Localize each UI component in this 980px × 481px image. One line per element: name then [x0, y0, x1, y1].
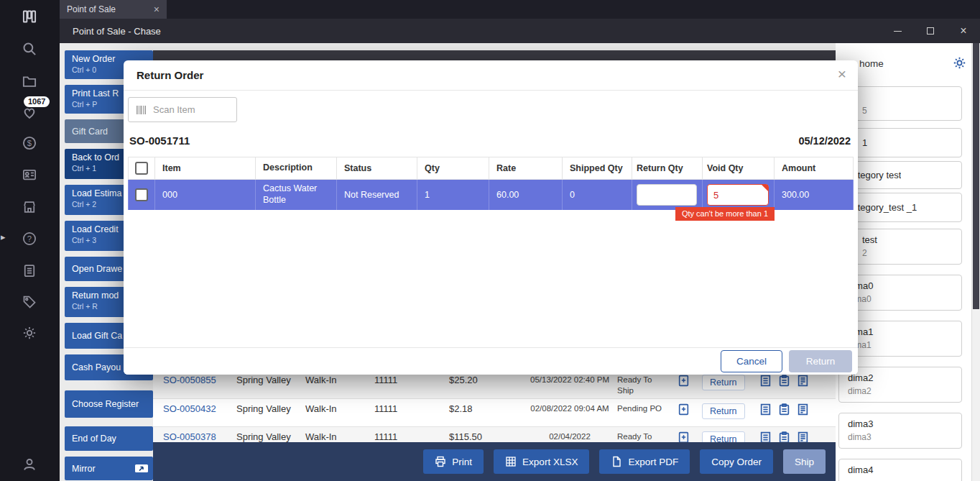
close-button[interactable]: × [947, 19, 980, 43]
order-date: 05/13/2022 02:40 PM [527, 375, 613, 385]
print-icon [435, 456, 446, 467]
receipt-icon[interactable] [759, 403, 772, 416]
void-qty-input[interactable] [707, 184, 769, 206]
minimize-icon [894, 31, 902, 32]
modal-order-date: 05/12/2022 [798, 135, 851, 147]
return-qty-input[interactable] [637, 184, 697, 206]
order-link[interactable]: SO-0050855 [153, 375, 225, 385]
pdf-icon [611, 456, 622, 467]
tag-icon[interactable] [22, 294, 37, 310]
item-code: 000 [155, 180, 256, 210]
nav-rail: 1067 $ ? ▸ [0, 0, 60, 481]
item-amount: 300.00 [775, 180, 854, 210]
mirror-icon [134, 463, 149, 475]
app-window: 1067 $ ? ▸ Point of Sale × [0, 0, 980, 481]
order-link[interactable]: SO-0050378 [153, 431, 225, 442]
maximize-button[interactable] [914, 19, 947, 43]
copy-order-button[interactable]: Copy Order [700, 449, 773, 474]
expand-arrow-icon[interactable]: ▸ [1, 232, 6, 242]
order-type: Walk-In [294, 403, 363, 414]
modal-close-icon[interactable]: × [838, 65, 846, 83]
settings-icon[interactable] [22, 325, 37, 341]
category-tile[interactable]: dima3 dima3 [838, 413, 962, 449]
order-status: Ready To Ship [613, 375, 670, 396]
ship-button[interactable]: Ship [783, 449, 826, 474]
invoice-icon[interactable] [797, 403, 809, 416]
pack-slip-icon[interactable] [778, 403, 790, 416]
row-checkbox[interactable] [135, 188, 148, 201]
order-number: 11111 [363, 431, 432, 442]
error-tooltip: Qty can't be more than 1 [675, 207, 775, 221]
bottom-action-bar: Print Export XLSX Export PDF Copy Order … [153, 442, 836, 481]
folder-icon[interactable] [22, 73, 37, 89]
store-icon[interactable] [22, 199, 37, 215]
order-amount: $115.50 [432, 431, 498, 442]
modal-order-number: SO-0051711 [129, 134, 190, 147]
tab-close-icon[interactable]: × [154, 4, 160, 15]
receipt-icon[interactable] [759, 375, 772, 387]
menu-mirror-button[interactable]: Mirror [65, 457, 153, 480]
return-item-row[interactable]: 000 Cactus Water Bottle Not Reserved 1 6… [128, 180, 854, 210]
order-date: 02/08/2022 09:04 AM [527, 403, 613, 414]
help-icon[interactable]: ? [22, 231, 37, 247]
item-rate: 60.00 [489, 180, 563, 210]
menu-choose-register-button[interactable]: Choose Register [65, 390, 153, 418]
order-number: 11111 [363, 403, 432, 414]
title-bar: Point of Sale - Chase × [60, 19, 980, 43]
scan-item-field[interactable] [153, 104, 225, 115]
return-items-table: Item Description Status Qty Rate Shipped… [128, 157, 854, 210]
search-icon[interactable] [22, 41, 37, 57]
scrollbar-thumb[interactable] [973, 43, 979, 309]
return-button[interactable]: Return [789, 350, 852, 372]
print-button[interactable]: Print [423, 449, 484, 474]
load-order-icon[interactable] [670, 375, 699, 387]
window-controls: × [881, 19, 980, 43]
order-number: 11111 [363, 375, 432, 385]
item-qty: 1 [417, 180, 489, 210]
xlsx-icon [505, 456, 517, 467]
scan-item-input[interactable] [128, 97, 237, 122]
main-content: SO-0050855 Spring Valley Walk-In 11111 $… [60, 43, 980, 481]
order-row[interactable]: SO-0050432 Spring Valley Walk-In 11111 $… [153, 399, 836, 427]
menu-end-of-day-button[interactable]: End of Day [65, 426, 153, 451]
orders-toolbar-strip [153, 50, 836, 60]
order-row[interactable]: SO-0050855 Spring Valley Walk-In 11111 $… [153, 370, 836, 399]
panel-settings-icon[interactable] [953, 56, 966, 73]
maximize-icon [927, 27, 934, 35]
invoice-icon[interactable] [797, 375, 809, 387]
vertical-scrollbar[interactable] [971, 43, 980, 481]
minimize-button[interactable] [881, 19, 914, 43]
order-customer: Spring Valley [225, 375, 294, 385]
order-amount: $25.20 [432, 375, 498, 385]
pack-slip-icon[interactable] [778, 375, 790, 387]
item-shipped-qty: 0 [563, 180, 632, 210]
order-date: 02/04/2022 [527, 431, 613, 442]
load-order-icon[interactable] [670, 403, 699, 416]
order-status: Pending PO [613, 403, 670, 414]
order-customer: Spring Valley [225, 431, 294, 442]
tab-point-of-sale[interactable]: Point of Sale × [60, 0, 167, 19]
error-corner-marker [762, 185, 768, 191]
row-return-button[interactable]: Return [702, 375, 745, 390]
order-type: Walk-In [294, 431, 363, 442]
payments-icon[interactable]: $ [22, 135, 37, 151]
svg-text:$: $ [27, 139, 32, 147]
select-all-checkbox[interactable] [135, 162, 148, 175]
cancel-button[interactable]: Cancel [721, 350, 782, 372]
export-xlsx-button[interactable]: Export XLSX [494, 449, 589, 474]
tasks-icon[interactable] [22, 262, 37, 278]
contacts-icon[interactable] [22, 167, 37, 183]
favorites-icon[interactable] [22, 105, 37, 121]
return-order-modal: Return Order × SO-0051711 05/12/2022 Ite… [124, 60, 858, 375]
dashboard-icon[interactable] [22, 9, 37, 24]
modal-title: Return Order [137, 69, 203, 81]
order-type: Walk-In [294, 375, 363, 385]
export-pdf-button[interactable]: Export PDF [599, 449, 690, 474]
order-amount: $2.18 [432, 403, 498, 414]
order-link[interactable]: SO-0050432 [153, 403, 225, 414]
category-tile[interactable]: dima4 [838, 459, 962, 481]
notification-badge: 1067 [24, 96, 50, 107]
item-description: Cactus Water Bottle [256, 180, 337, 210]
row-return-button[interactable]: Return [702, 403, 745, 419]
user-icon[interactable] [22, 457, 37, 472]
